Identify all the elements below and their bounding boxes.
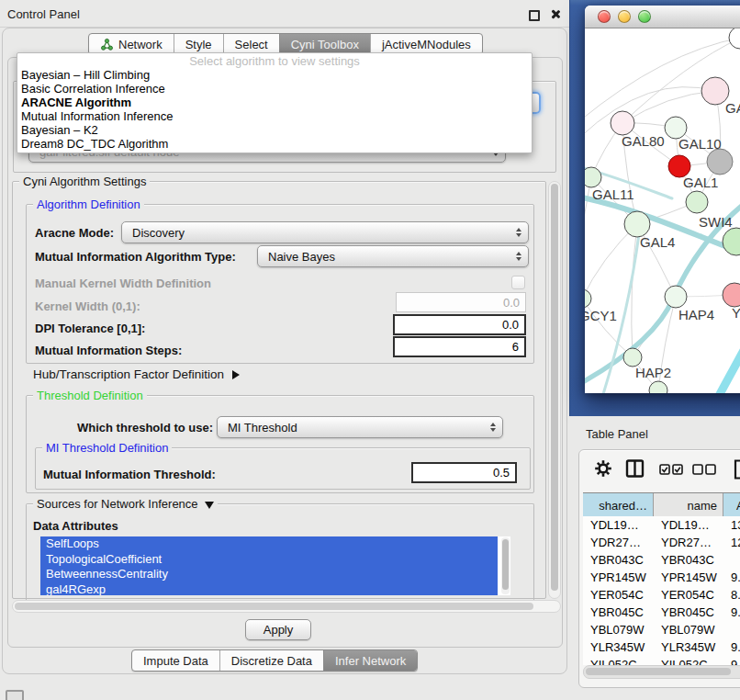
attribute-item-gal4rgexp[interactable]: gal4RGexp <box>40 582 498 596</box>
algorithm-option-mutual-information-inference[interactable]: Mutual Information Inference <box>17 109 532 123</box>
algorithm-option-aracne-algorithm[interactable]: ARACNE Algorithm <box>17 96 532 109</box>
mi-type-combobox[interactable]: Naive Bayes <box>257 245 529 267</box>
network-node-swi4[interactable] <box>723 228 740 255</box>
network-window-titlebar[interactable] <box>585 6 740 28</box>
apply-button[interactable]: Apply <box>245 619 311 640</box>
scrollbar-thumb[interactable] <box>586 668 731 675</box>
attribute-item-betweennesscentrality[interactable]: BetweennessCentrality <box>40 567 498 582</box>
cell: YLR345W <box>654 638 723 656</box>
table-row[interactable]: YDL19…YDL19…13 <box>583 516 740 534</box>
minimize-traffic-light-icon[interactable] <box>618 10 631 23</box>
scrollbar-thumb[interactable] <box>15 603 533 610</box>
node-label: GAL10 <box>678 136 722 152</box>
network-graph[interactable]: GALGAL80GAL10GAL1GAL11GAL4SWI4GCY1HAP4YH… <box>585 28 740 393</box>
tab-discretize-data[interactable]: Discretize Data <box>219 650 323 671</box>
aracne-mode-combobox[interactable]: Discovery <box>121 221 529 243</box>
mi-steps-input[interactable]: 6 <box>393 336 526 357</box>
network-edge[interactable] <box>622 91 715 123</box>
mi-type-label: Mutual Information Algorithm Type: <box>35 250 236 264</box>
mi-threshold-input[interactable]: 0.5 <box>411 462 517 483</box>
scrollbar-thumb[interactable] <box>551 184 558 591</box>
tab-style[interactable]: Style <box>174 34 223 54</box>
network-edge[interactable] <box>585 87 715 137</box>
list-scrollbar[interactable] <box>501 537 510 594</box>
which-threshold-combobox[interactable]: MI Threshold <box>217 416 503 438</box>
hub-definition-toggle[interactable]: Hub/Transcription Factor Definition <box>33 367 240 381</box>
cell: YER054C <box>654 586 723 604</box>
cell: YBR045C <box>654 604 723 621</box>
close-traffic-light-icon[interactable] <box>598 10 611 23</box>
algorithm-option-dream8-dc-tdc-algorithm[interactable]: Dream8 DC_TDC Algorithm <box>17 137 532 151</box>
attribute-item-topologicalcoefficient[interactable]: TopologicalCoefficient <box>40 552 498 568</box>
float-window-icon[interactable] <box>529 10 540 21</box>
node-label: GAL11 <box>592 186 634 202</box>
network-node-y[interactable] <box>723 283 740 307</box>
cell: YIL052C <box>583 656 654 665</box>
minimized-panel-icon[interactable] <box>6 690 24 700</box>
scrollbar-thumb[interactable] <box>502 539 509 590</box>
tab-select[interactable]: Select <box>223 34 279 54</box>
data-attributes-list[interactable]: SelfLoopsTopologicalCoefficientBetweenne… <box>40 536 510 595</box>
tab-label: Style <box>185 38 212 51</box>
table-row[interactable]: YPR145WYPR145W9. <box>583 569 740 586</box>
checked-pair-icon[interactable] <box>659 463 683 480</box>
table-row[interactable]: YBR043CYBR043C <box>583 551 740 569</box>
cell: YBL079W <box>583 621 654 638</box>
node-label: Y <box>732 305 740 321</box>
dpi-tolerance-value: 0.0 <box>502 318 519 332</box>
network-node-gcy1[interactable] <box>585 289 591 308</box>
close-icon[interactable] <box>550 9 560 19</box>
gear-icon[interactable] <box>594 459 612 481</box>
table-row[interactable]: YDR27…YDR27…12 <box>583 534 740 551</box>
node-label: GAL <box>725 100 740 116</box>
control-panel: Control Panel NetworkStyleSelectCyni Too… <box>0 0 569 700</box>
cell: YPR145W <box>654 569 723 586</box>
dpi-tolerance-input[interactable]: 0.0 <box>393 314 526 335</box>
cell: YER054C <box>583 586 654 604</box>
tab-infer-network[interactable]: Infer Network <box>323 650 417 671</box>
network-node[interactable] <box>729 28 740 49</box>
kernel-width-input[interactable]: 0.0 <box>396 292 526 312</box>
column-header-a[interactable]: A <box>723 493 740 517</box>
columns-icon[interactable] <box>625 459 645 481</box>
attribute-item-selfloops[interactable]: SelfLoops <box>40 536 498 552</box>
table-row[interactable]: YIL052CYIL052C9. <box>583 656 740 665</box>
unchecked-pair-icon[interactable] <box>692 463 716 480</box>
network-node[interactable] <box>707 149 733 175</box>
document-icon[interactable] <box>734 459 740 483</box>
cell: YBL079W <box>654 621 723 638</box>
settings-horizontal-scrollbar[interactable] <box>12 600 561 613</box>
network-node-hap2[interactable] <box>623 348 642 367</box>
sources-legend[interactable]: Sources for Network Inference <box>33 497 218 511</box>
tab-cyni-toolbox[interactable]: Cyni Toolbox <box>279 34 370 54</box>
network-node[interactable] <box>686 191 708 213</box>
settings-vertical-scrollbar[interactable] <box>548 181 561 599</box>
manual-kernel-checkbox[interactable] <box>511 276 525 289</box>
table-row[interactable]: YBL079WYBL079W <box>583 621 740 638</box>
table-row[interactable]: YLR345WYLR345W9. <box>583 638 740 656</box>
table-horizontal-scrollbar[interactable] <box>583 665 740 679</box>
algorithm-option-bayesian-hill-climbing[interactable]: Bayesian – Hill Climbing <box>17 68 532 82</box>
network-window: GALGAL80GAL10GAL1GAL11GAL4SWI4GCY1HAP4YH… <box>585 6 740 393</box>
network-node-gal11[interactable] <box>585 167 601 187</box>
mi-threshold-label: Mutual Information Threshold: <box>43 468 216 481</box>
collapse-arrow-icon <box>205 502 214 509</box>
table-row[interactable]: YER054CYER054C8. <box>583 586 740 604</box>
tab-network[interactable]: Network <box>89 34 174 54</box>
network-node-gal80[interactable] <box>611 111 634 135</box>
network-node-hap4[interactable] <box>665 286 687 308</box>
zoom-traffic-light-icon[interactable] <box>638 10 651 23</box>
table-row[interactable]: YBR045CYBR045C9. <box>583 604 740 621</box>
stepper-arrows-icon <box>490 423 496 432</box>
tab-jactivemnodules[interactable]: jActiveMNodules <box>370 34 482 54</box>
mi-threshold-value: 0.5 <box>493 466 510 480</box>
algorithm-option-bayesian-k2[interactable]: Bayesian – K2 <box>17 123 532 137</box>
column-header-name[interactable]: name <box>654 493 723 517</box>
tab-impute-data[interactable]: Impute Data <box>132 650 219 671</box>
network-edge[interactable] <box>707 328 740 393</box>
network-view[interactable]: GALGAL80GAL10GAL1GAL11GAL4SWI4GCY1HAP4YH… <box>585 28 740 393</box>
control-panel-titlebar: Control Panel <box>0 2 569 28</box>
network-node-gal4[interactable] <box>624 211 650 237</box>
column-header-shared[interactable]: shared… <box>583 493 654 517</box>
algorithm-option-basic-correlation-inference[interactable]: Basic Correlation Inference <box>17 82 532 96</box>
